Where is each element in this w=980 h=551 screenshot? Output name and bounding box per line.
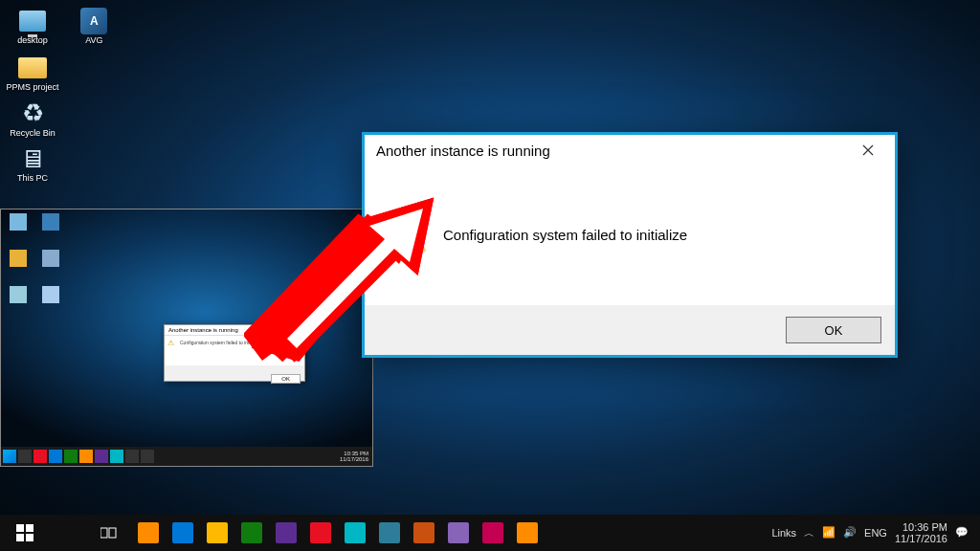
desktop-icon-recycle[interactable]: ♻ Recycle Bin bbox=[6, 99, 59, 138]
desktop-icon-label: PPMS project bbox=[6, 83, 58, 92]
svg-rect-20 bbox=[26, 534, 33, 541]
taskbar-app[interactable] bbox=[201, 518, 234, 548]
close-button[interactable] bbox=[849, 137, 887, 164]
tray-language[interactable]: ENG bbox=[864, 527, 887, 539]
svg-rect-22 bbox=[109, 528, 116, 538]
dialog-body: ! Configuration system failed to initial… bbox=[365, 165, 895, 304]
avg-icon: A bbox=[78, 6, 109, 36]
folder-icon bbox=[17, 53, 48, 83]
recycle-bin-icon: ♻ bbox=[17, 99, 48, 129]
taskbar-app[interactable] bbox=[304, 518, 337, 548]
tray-volume-icon[interactable]: 🔊 bbox=[843, 526, 857, 540]
task-view-button[interactable] bbox=[90, 518, 128, 548]
windows-icon bbox=[16, 524, 33, 541]
inset-taskbar: 10:35 PM11/17/2016 bbox=[1, 447, 372, 466]
taskbar-pinned-apps bbox=[132, 518, 544, 548]
svg-rect-17 bbox=[16, 524, 24, 532]
mini-ok-button: OK bbox=[271, 374, 301, 384]
mini-dialog: Another instance is running Configuratio… bbox=[164, 324, 305, 382]
desktop-icon-desktop[interactable]: desktop bbox=[6, 6, 59, 45]
desktop-icon-avg[interactable]: A AVG bbox=[67, 6, 121, 45]
action-center-icon[interactable]: 💬 bbox=[955, 526, 969, 540]
svg-rect-19 bbox=[16, 534, 24, 541]
taskbar-app[interactable] bbox=[339, 518, 371, 548]
ok-button[interactable]: OK bbox=[786, 317, 881, 343]
close-icon bbox=[862, 144, 874, 156]
desktop-icon-thispc[interactable]: 🖥 This PC bbox=[6, 143, 59, 183]
taskbar: Links ︿ 📶 🔊 ENG 10:36 PM 11/17/2016 💬 bbox=[0, 515, 980, 551]
tray-date: 11/17/2016 bbox=[895, 533, 947, 544]
taskbar-app[interactable] bbox=[373, 518, 406, 548]
taskbar-app[interactable] bbox=[408, 518, 440, 548]
taskbar-app[interactable] bbox=[235, 518, 268, 548]
inset-screenshot: Another instance is running Configuratio… bbox=[0, 209, 373, 467]
svg-rect-18 bbox=[26, 524, 33, 532]
taskbar-app[interactable] bbox=[270, 518, 302, 548]
taskbar-app[interactable] bbox=[477, 518, 509, 548]
warning-icon: ! bbox=[388, 216, 426, 254]
tray-links-label[interactable]: Links bbox=[771, 527, 796, 539]
desktop-icon-label: desktop bbox=[17, 36, 48, 45]
desktop-icon-grid: desktop A AVG PPMS project ♻ Recycle Bin… bbox=[6, 4, 130, 189]
desktop-icon-label: Recycle Bin bbox=[10, 129, 56, 138]
desktop-icon-label: This PC bbox=[17, 174, 48, 183]
desktop-icon-label: AVG bbox=[85, 36, 102, 45]
mini-dialog-title: Another instance is running bbox=[165, 325, 304, 336]
system-tray: Links ︿ 📶 🔊 ENG 10:36 PM 11/17/2016 💬 bbox=[771, 521, 974, 544]
taskbar-app[interactable] bbox=[442, 518, 475, 548]
dialog-footer: OK bbox=[365, 305, 895, 355]
task-view-icon bbox=[100, 526, 118, 540]
error-dialog: Another instance is running ! Configurat… bbox=[362, 132, 898, 358]
desktop-icon-ppms[interactable]: PPMS project bbox=[6, 53, 59, 92]
taskbar-app[interactable] bbox=[167, 518, 199, 548]
dialog-message: Configuration system failed to initializ… bbox=[443, 227, 687, 243]
mini-dialog-message: Configuration system failed to initializ… bbox=[165, 336, 304, 347]
tray-network-icon[interactable]: 📶 bbox=[822, 526, 835, 540]
taskbar-app[interactable] bbox=[132, 518, 165, 548]
desktop-icon bbox=[17, 6, 48, 36]
this-pc-icon: 🖥 bbox=[17, 143, 48, 174]
tray-clock[interactable]: 10:36 PM 11/17/2016 bbox=[895, 521, 947, 544]
dialog-title: Another instance is running bbox=[376, 143, 849, 159]
cortana-button[interactable] bbox=[48, 518, 86, 548]
tray-chevron-icon[interactable]: ︿ bbox=[804, 526, 814, 540]
dialog-titlebar[interactable]: Another instance is running bbox=[365, 135, 895, 165]
tray-time: 10:36 PM bbox=[895, 521, 947, 533]
taskbar-app[interactable] bbox=[511, 518, 544, 548]
start-button[interactable] bbox=[6, 518, 44, 548]
svg-rect-21 bbox=[100, 528, 107, 538]
